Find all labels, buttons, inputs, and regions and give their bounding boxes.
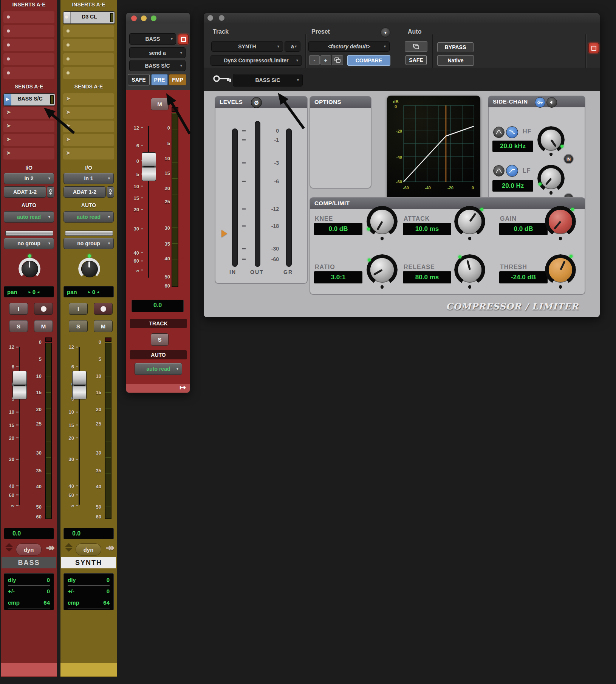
hf-frequency-display[interactable]: 20.0 kHz: [492, 141, 533, 152]
target-window-button[interactable]: [178, 34, 189, 45]
attack-display[interactable]: 10.0 ms: [403, 223, 451, 235]
hf-lowpass-button[interactable]: [506, 126, 518, 138]
insert-slot[interactable]: [63, 25, 114, 37]
send-slot[interactable]: ➤: [3, 148, 54, 159]
plugin-track-selector[interactable]: SYNTH▼: [211, 41, 283, 52]
output-window-button[interactable]: [47, 186, 54, 198]
send-pre-button[interactable]: PRE: [151, 74, 168, 85]
send-mute-button[interactable]: M: [151, 98, 169, 110]
thresh-display[interactable]: -24.0 dB: [499, 271, 548, 283]
previous-preset-button[interactable]: -: [309, 55, 320, 65]
sidechain-listen-button[interactable]: [546, 97, 557, 108]
close-icon[interactable]: [207, 15, 213, 21]
insert-slot[interactable]: [3, 53, 54, 65]
key-input-selector[interactable]: BASS S/C▼: [233, 74, 303, 87]
input-selector[interactable]: In 2▼: [4, 173, 54, 184]
clip-indicator[interactable]: [105, 337, 111, 342]
send-volume-display[interactable]: 0.0: [132, 300, 184, 312]
pan-knob[interactable]: [77, 255, 101, 280]
preset-selector[interactable]: <factory default>▼: [308, 41, 390, 52]
gain-knob[interactable]: [548, 209, 573, 234]
send-automation-mode[interactable]: auto read▼: [135, 363, 182, 375]
send-window-titlebar[interactable]: [126, 13, 190, 23]
send-solo-button[interactable]: S: [151, 333, 169, 346]
bypass-arrows-icon[interactable]: ↠: [46, 542, 55, 554]
send-track-selector[interactable]: BASS▼: [129, 33, 176, 45]
solo-button[interactable]: S: [69, 320, 88, 332]
bypass-arrows-icon[interactable]: ↠: [106, 542, 115, 554]
input-selector[interactable]: In 1▼: [63, 173, 114, 184]
insert-slot[interactable]: [63, 53, 114, 65]
attack-knob[interactable]: [457, 209, 483, 234]
send-slot[interactable]: ➤: [3, 107, 54, 119]
automation-mode-selector[interactable]: auto read▼: [4, 211, 54, 223]
send-slot[interactable]: ➤: [63, 93, 114, 105]
mute-button[interactable]: M: [34, 320, 53, 332]
group-color-bar[interactable]: [65, 231, 113, 236]
record-enable-button[interactable]: [34, 303, 53, 315]
solo-button[interactable]: S: [9, 320, 28, 332]
insert-slot[interactable]: [3, 67, 54, 79]
gain-display[interactable]: 0.0 dB: [499, 223, 548, 235]
lf-frequency-knob[interactable]: [540, 167, 562, 189]
playlist-selector[interactable]: a▼: [285, 41, 300, 52]
input-monitor-button[interactable]: I: [9, 303, 28, 315]
insert-slot[interactable]: [3, 39, 54, 51]
track-name[interactable]: SYNTH: [61, 557, 116, 568]
dyn-button[interactable]: dyn: [76, 543, 101, 556]
bypass-button[interactable]: BYPASS: [437, 42, 474, 52]
lf-frequency-display[interactable]: 20.0 Hz: [492, 180, 533, 192]
release-knob[interactable]: [457, 257, 483, 283]
minimize-icon[interactable]: [219, 15, 224, 21]
hf-in-button[interactable]: IN: [563, 154, 574, 164]
group-selector[interactable]: no group▼: [63, 238, 114, 249]
group-color-bar[interactable]: [5, 231, 53, 236]
send-slot[interactable]: ➤: [63, 134, 114, 146]
next-preset-button[interactable]: +: [320, 55, 331, 65]
send-safe-button[interactable]: SAFE: [128, 74, 150, 85]
send-slot-bass-sc[interactable]: ▶ BASS S/C: [3, 93, 55, 106]
automation-mode-selector[interactable]: auto read▼: [63, 211, 114, 223]
send-fmp-button[interactable]: FMP: [169, 74, 186, 85]
knee-display[interactable]: 0.0 dB: [314, 223, 362, 235]
insert-slot-d3cl[interactable]: D3 CL: [63, 11, 115, 24]
output-window-button[interactable]: [107, 186, 114, 198]
clip-indicator[interactable]: [45, 337, 52, 342]
mute-button[interactable]: M: [94, 320, 113, 332]
insert-slot[interactable]: [63, 39, 114, 51]
phase-invert-button[interactable]: Ø: [251, 97, 262, 108]
knee-knob[interactable]: [369, 209, 395, 234]
sidechain-key-button[interactable]: [535, 97, 545, 108]
send-slot[interactable]: ➤: [63, 107, 114, 119]
output-selector[interactable]: ADAT 1-2: [4, 186, 46, 198]
native-format-button[interactable]: Native: [437, 55, 474, 66]
send-slot[interactable]: ➤: [63, 121, 114, 132]
hf-bandpass-button[interactable]: [493, 127, 505, 138]
send-clip-indicator[interactable]: [172, 107, 178, 112]
fader-view-toggle[interactable]: [65, 543, 73, 552]
send-slot[interactable]: ➤: [3, 121, 54, 132]
input-monitor-button[interactable]: I: [69, 303, 88, 315]
lf-bandpass-button[interactable]: [493, 165, 505, 176]
volume-display[interactable]: 0.0: [4, 528, 54, 539]
plugin-titlebar[interactable]: [204, 13, 600, 23]
zoom-icon[interactable]: [151, 15, 156, 21]
close-icon[interactable]: [131, 15, 137, 21]
pan-knob[interactable]: [17, 255, 42, 280]
pan-display[interactable]: pan ▸ 0 ◂: [63, 286, 114, 297]
thresh-knob[interactable]: [548, 257, 573, 283]
volume-display[interactable]: 0.0: [63, 528, 114, 539]
insert-slot[interactable]: [63, 67, 114, 79]
threshold-arrow-icon[interactable]: [221, 230, 227, 237]
send-slot-selector[interactable]: send a▼: [129, 47, 186, 58]
send-slot[interactable]: ➤: [3, 134, 54, 146]
send-slot[interactable]: ➤: [63, 148, 114, 159]
automation-enable-button[interactable]: [405, 41, 427, 52]
pan-display[interactable]: pan ▸ 0 ◂: [4, 286, 54, 297]
insert-slot[interactable]: [3, 11, 54, 23]
output-selector[interactable]: ADAT 1-2: [63, 186, 106, 198]
plugin-selector[interactable]: Dyn3 Compressor/Limiter▼: [210, 55, 302, 66]
send-destination-selector[interactable]: BASS S/C▼: [129, 60, 186, 71]
record-enable-button[interactable]: [94, 303, 113, 315]
fader-view-toggle[interactable]: [5, 543, 13, 552]
